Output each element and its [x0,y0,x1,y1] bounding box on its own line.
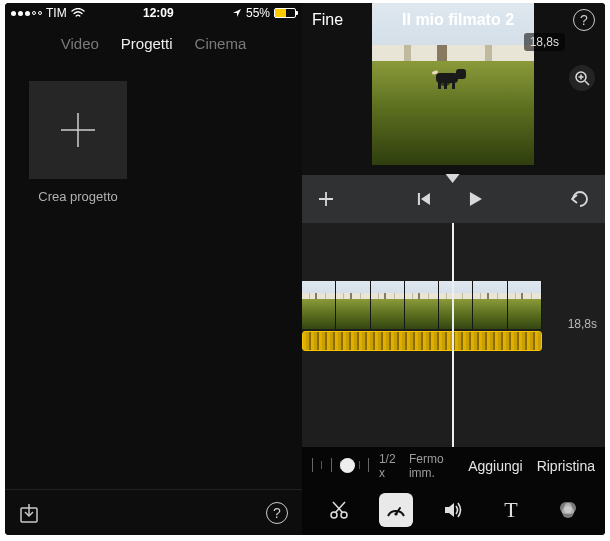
freeze-frame-label: Fermo imm. [409,452,458,480]
play-button[interactable] [465,190,483,208]
tab-progetti[interactable]: Progetti [121,35,173,52]
reset-speed-button[interactable]: Ripristina [537,458,595,474]
preview-area[interactable]: Fine Il mio filmato 2 ? 18,8s [302,3,605,175]
editor-screen: Fine Il mio filmato 2 ? 18,8s [302,3,605,535]
top-tabs: Video Progetti Cinema [5,23,302,63]
zoom-button[interactable] [569,65,595,91]
volume-tool[interactable] [436,493,470,527]
carrier-label: TIM [46,6,67,20]
battery-icon [274,8,296,18]
svg-point-22 [562,506,574,518]
cut-tool[interactable] [322,493,356,527]
skip-start-button[interactable] [415,191,431,207]
create-project-tile[interactable] [29,81,127,179]
add-freeze-button[interactable]: Aggiungi [468,458,523,474]
speed-slider[interactable] [312,464,369,468]
text-tool[interactable]: T [494,493,528,527]
projects-screen: TIM 12:09 55% Video Progetti Cinema [5,3,302,535]
video-clip[interactable] [302,281,542,329]
filters-tool[interactable] [551,493,585,527]
svg-point-18 [394,512,397,515]
wifi-icon [71,8,85,18]
battery-pct: 55% [246,6,270,20]
undo-button[interactable] [569,190,591,208]
status-bar: TIM 12:09 55% [5,3,302,23]
speed-tool[interactable] [379,493,413,527]
tool-bar: T [302,485,605,535]
export-button[interactable] [19,502,39,524]
svg-line-5 [585,81,589,85]
tab-video[interactable]: Video [61,35,99,52]
playhead-marker-icon [445,174,459,183]
create-project-label: Crea progetto [38,189,118,204]
help-button-left[interactable]: ? [266,502,288,524]
tab-cinema[interactable]: Cinema [195,35,247,52]
transport-bar [302,175,605,223]
location-icon [232,8,242,18]
help-button-right[interactable]: ? [573,9,595,31]
clock: 12:09 [143,6,174,20]
playhead[interactable] [452,223,454,447]
speed-ratio: 1/2 [379,452,396,466]
project-title: Il mio filmato 2 [402,11,514,29]
svg-marker-19 [445,503,454,517]
done-button[interactable]: Fine [312,11,343,29]
audio-track[interactable] [302,331,542,351]
signal-dots [11,11,42,16]
svg-marker-11 [420,193,429,205]
timeline-duration: 18,8s [568,317,597,331]
svg-marker-12 [469,192,481,206]
speed-controls: 1/2 x Fermo imm. Aggiungi Ripristina [302,447,605,485]
add-media-button[interactable] [316,189,336,209]
timeline[interactable]: 18,8s [302,223,605,447]
plus-icon [55,107,101,153]
